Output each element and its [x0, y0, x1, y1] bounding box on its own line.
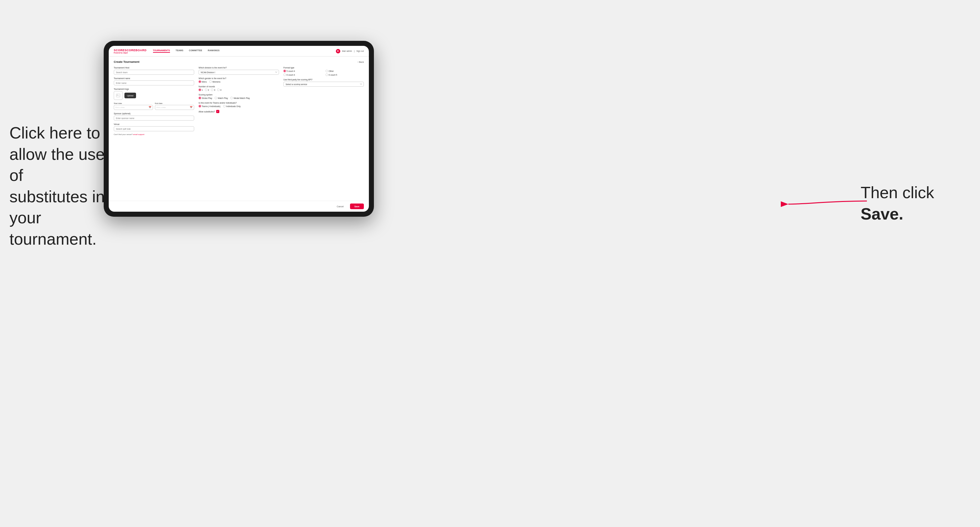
- back-button[interactable]: ‹ Back: [358, 61, 364, 63]
- tournament-logo-label: Tournament logo: [114, 88, 194, 90]
- nav-signout[interactable]: Sign out: [356, 50, 364, 52]
- format-other[interactable]: Other: [326, 70, 364, 72]
- tournament-host-group: Tournament Host: [114, 67, 194, 75]
- rounds-1[interactable]: 1: [199, 89, 203, 91]
- upload-button[interactable]: Upload: [124, 93, 136, 98]
- format-6count4-label: 6 count 4: [286, 74, 295, 76]
- substitutes-checkbox[interactable]: ✓: [216, 110, 219, 113]
- start-date-label: Start date: [114, 102, 153, 104]
- rounds-1-radio[interactable]: [199, 89, 201, 91]
- sponsor-input[interactable]: [114, 116, 194, 121]
- annotation-right: Then click Save.: [861, 182, 961, 225]
- format-other-radio[interactable]: [326, 70, 328, 72]
- rounds-2[interactable]: 2: [205, 89, 209, 91]
- format-6count5-label: 6 count 5: [329, 74, 337, 76]
- event-type-radio-group: Teams (+Individuals) Individuals Only: [199, 105, 279, 107]
- format-6count5-radio[interactable]: [326, 73, 328, 76]
- format-options-grid: 5 count 4 Other 6 count 4: [283, 70, 364, 76]
- annotation-left: Click here to allow the use of substitut…: [10, 122, 116, 250]
- format-5count4-radio[interactable]: [283, 70, 286, 72]
- gender-womens[interactable]: Womens: [209, 80, 221, 83]
- annotation-left-line1: Click here to: [10, 124, 100, 142]
- tournament-name-label: Tournament name: [114, 77, 194, 79]
- event-type-teams-label: Teams (+Individuals): [202, 105, 221, 107]
- scoring-api-select[interactable]: Select a scoring service: [283, 82, 364, 87]
- nav-links: TOURNAMENTS TEAMS COMMITTEE RANKINGS: [153, 49, 336, 53]
- scoring-match-label: Match Play: [218, 97, 228, 99]
- rounds-4[interactable]: 4: [217, 89, 221, 91]
- scoring-stroke-radio[interactable]: [199, 97, 201, 99]
- sponsor-label: Sponsor (optional): [114, 113, 194, 114]
- venue-label: Venue: [114, 123, 194, 125]
- rounds-3[interactable]: 3: [211, 89, 215, 91]
- scoring-medal-radio[interactable]: [230, 97, 233, 99]
- rounds-3-radio[interactable]: [211, 89, 213, 91]
- scoring-match-radio[interactable]: [215, 97, 217, 99]
- form-col-3: Format type 5 count 4 Other: [283, 67, 364, 135]
- date-row: Start date Pick a date 📅 End date Pick a…: [114, 102, 194, 110]
- tournament-host-label: Tournament Host: [114, 67, 194, 69]
- end-date-input[interactable]: Pick a date 📅: [155, 105, 194, 110]
- tournament-host-input[interactable]: [114, 70, 194, 75]
- event-type-group: Is this event for Teams and/or Individua…: [199, 102, 279, 107]
- venue-group: Venue Can't find your venue? email suppo…: [114, 123, 194, 135]
- format-6count4-radio[interactable]: [283, 73, 286, 76]
- format-6count5[interactable]: 6 count 5: [326, 73, 364, 76]
- nav-teams[interactable]: TEAMS: [176, 49, 183, 53]
- event-type-label: Is this event for Teams and/or Individua…: [199, 102, 279, 104]
- scoring-radio-group: Stroke Play Match Play Medal Match Play: [199, 97, 279, 99]
- end-date-label: End date: [155, 102, 194, 104]
- start-date-group: Start date Pick a date 📅: [114, 102, 153, 110]
- substitutes-label: Allow substitutes?: [199, 111, 215, 113]
- format-type-group: Format type 5 count 4 Other: [283, 67, 364, 76]
- start-date-input[interactable]: Pick a date 📅: [114, 105, 153, 110]
- event-type-teams[interactable]: Teams (+Individuals): [199, 105, 221, 107]
- rounds-group: Number of rounds 1 2: [199, 86, 279, 91]
- gender-womens-label: Womens: [212, 81, 221, 83]
- logo-scoreboard: SCORESCOREBOARD: [114, 49, 147, 52]
- nav-username: blair admin: [342, 50, 352, 52]
- cancel-button[interactable]: Cancel: [333, 203, 347, 209]
- tablet-frame: SCORESCOREBOARD Powered by clippd TOURNA…: [104, 41, 374, 217]
- sponsor-group: Sponsor (optional): [114, 113, 194, 121]
- arrow-right-indicator: [782, 192, 870, 214]
- event-type-individuals-radio[interactable]: [223, 105, 226, 107]
- nav-committee[interactable]: COMMITTEE: [189, 49, 202, 53]
- scoring-medal[interactable]: Medal Match Play: [230, 97, 250, 99]
- rounds-2-radio[interactable]: [205, 89, 207, 91]
- tournament-logo-group: Tournament logo Upload: [114, 88, 194, 100]
- format-5count4-label: 5 count 4: [286, 70, 295, 72]
- format-5count4[interactable]: 5 count 4: [283, 70, 322, 72]
- tablet-screen: SCORESCOREBOARD Powered by clippd TOURNA…: [109, 46, 369, 212]
- scoring-match[interactable]: Match Play: [215, 97, 228, 99]
- nav-rankings[interactable]: RANKINGS: [208, 49, 219, 53]
- format-other-label: Other: [329, 70, 334, 72]
- page-content: Create Tournament ‹ Back Tournament Host…: [109, 57, 369, 201]
- event-type-teams-radio[interactable]: [199, 105, 201, 107]
- annotation-right-line1: Then click: [861, 183, 934, 202]
- gender-mens-radio[interactable]: [199, 80, 201, 83]
- event-type-individuals-label: Individuals Only: [226, 105, 241, 107]
- scoring-stroke[interactable]: Stroke Play: [199, 97, 212, 99]
- rounds-4-radio[interactable]: [217, 89, 220, 91]
- scoring-api-label: Use third-party live scoring API?: [283, 78, 364, 81]
- division-select[interactable]: NCAA Division I: [199, 70, 279, 75]
- save-button[interactable]: Save: [350, 203, 364, 209]
- tournament-name-input[interactable]: [114, 80, 194, 86]
- substitutes-row: Allow substitutes? ✓: [199, 110, 279, 113]
- venue-input[interactable]: [114, 126, 194, 131]
- gender-womens-radio[interactable]: [209, 80, 212, 83]
- rounds-label: Number of rounds: [199, 86, 279, 87]
- logo-text: SCOREBOARD: [125, 49, 147, 52]
- venue-hint: Can't find your venue? email support: [114, 133, 194, 135]
- division-label: Which division is the event for?: [199, 67, 279, 69]
- page-header: Create Tournament ‹ Back: [114, 60, 364, 63]
- gender-mens[interactable]: Mens: [199, 80, 207, 83]
- nav-tournaments[interactable]: TOURNAMENTS: [153, 49, 170, 53]
- event-type-individuals[interactable]: Individuals Only: [223, 105, 241, 107]
- email-support-link[interactable]: email support: [133, 133, 145, 135]
- gender-mens-label: Mens: [202, 81, 207, 83]
- scoring-medal-label: Medal Match Play: [234, 97, 250, 99]
- format-6count4[interactable]: 6 count 4: [283, 73, 322, 76]
- scoring-system-group: Scoring system Stroke Play Match Play: [199, 94, 279, 99]
